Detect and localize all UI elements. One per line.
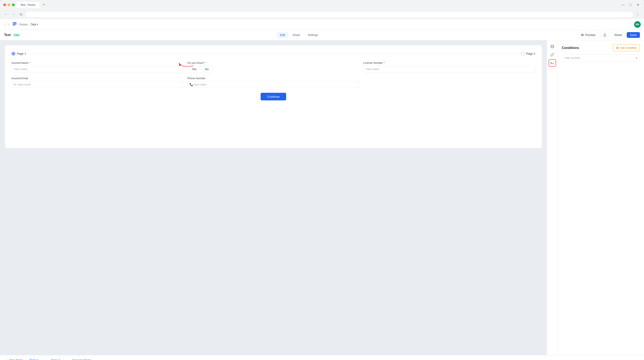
back-button[interactable]: ← — [3, 11, 9, 17]
close-btn[interactable] — [3, 3, 6, 6]
avatar: BB — [634, 21, 641, 28]
new-page-tab[interactable]: + New Page — [3, 356, 26, 360]
edit-tab[interactable]: Edit — [277, 32, 288, 38]
toolbar-nav: Edit Share Settings — [277, 32, 322, 38]
conditions-panel: Conditions ⊕ Add Condition Filter by fie… — [558, 40, 644, 355]
new-page-label: New Page — [10, 358, 23, 360]
form-page-nav: Page 1 Page 2 — [12, 52, 535, 55]
tab-title: Test - Forms — [20, 3, 35, 6]
filter-field-select[interactable]: Filter by field — [562, 54, 640, 61]
preview-label: Preview — [585, 33, 596, 37]
save-button[interactable]: Save — [627, 32, 640, 38]
browser-toolbar: ← → ↻ ⋮ — [0, 10, 644, 19]
page2-tab[interactable]: Page 2 ⋮ — [48, 356, 69, 360]
share-tab[interactable]: Share — [289, 32, 304, 38]
svg-rect-0 — [13, 22, 16, 23]
filter-field-wrapper: Filter by field — [562, 54, 640, 61]
page1-label: Page 1 — [17, 52, 26, 55]
email-input-wrapper: ✉ — [12, 81, 183, 88]
browser-minimize-icon[interactable]: — — [620, 2, 626, 8]
browser-body: ⋮⋮ Forms / Test ▾ BB Test — [0, 19, 644, 360]
brush-icon-button[interactable] — [548, 51, 556, 58]
form-title-area: Test Live — [4, 33, 20, 37]
form-fields: Insured Name * Do you Drive? * — [12, 61, 535, 88]
conditions-header: Conditions ⊕ Add Condition — [562, 44, 640, 51]
required-star: * — [29, 61, 30, 64]
phone-input-wrapper: 📞 — [188, 81, 359, 88]
main-content: Page 1 Page 2 — [0, 40, 644, 355]
breadcrumb-forms-link[interactable]: Forms — [19, 23, 28, 26]
browser-window: Test - Forms + — □ ✕ ← → ↻ ⋮ ⋮⋮ Forms — [0, 0, 644, 360]
phone-number-field: Phone Number 📞 — [188, 77, 359, 88]
settings-tab[interactable]: Settings — [304, 32, 322, 38]
minimize-btn[interactable] — [8, 3, 10, 6]
empty-field — [364, 77, 535, 88]
page1-tab[interactable]: Page 1 ⋮ — [26, 356, 48, 360]
browser-tab[interactable]: Test - Forms — [16, 2, 39, 8]
svg-rect-3 — [13, 25, 15, 26]
page1-more-button[interactable]: ⋮ — [40, 358, 44, 360]
maximize-btn[interactable] — [12, 3, 15, 6]
success-page-tab[interactable]: Success Page — [69, 356, 94, 360]
license-number-input[interactable] — [364, 66, 535, 72]
preview-button[interactable]: Preview — [578, 32, 599, 38]
app-grid-icon[interactable]: ⋮⋮ — [3, 22, 10, 26]
page-line — [28, 54, 518, 54]
page2-radio[interactable]: Page 2 — [521, 52, 535, 55]
do-you-drive-label: Do you Drive? * — [188, 61, 359, 64]
fields-row-2: Insured Email ✉ Phone Number 📞 — [12, 77, 535, 88]
form-title: Test — [4, 33, 11, 37]
new-tab-button[interactable]: + — [41, 2, 46, 8]
phone-number-input[interactable] — [188, 81, 359, 88]
email-icon: ✉ — [14, 83, 16, 86]
form-toolbar: Test Live Edit Share Settings Preview Re… — [0, 30, 644, 40]
page1-tab-label: Page 1 — [30, 358, 38, 360]
required-star-3: * — [384, 61, 385, 64]
page2-tab-label: Page 2 — [51, 358, 60, 360]
yes-button[interactable]: Yes — [188, 66, 201, 73]
form-canvas: Page 1 Page 2 — [5, 45, 542, 148]
browser-maximize-icon[interactable]: □ — [628, 2, 633, 8]
page1-radio-circle — [12, 52, 15, 55]
bottom-tabs: + New Page Page 1 ⋮ Page 2 ⋮ Success Pag… — [0, 355, 644, 360]
window-controls — [3, 3, 15, 6]
live-badge: Live — [13, 33, 20, 37]
page1-radio[interactable]: Page 1 — [12, 52, 26, 55]
logic-icon-button[interactable] — [548, 59, 556, 67]
reset-button[interactable]: Reset — [611, 32, 625, 38]
address-bar[interactable] — [26, 12, 633, 17]
sidebar-icons — [547, 40, 558, 355]
export-button[interactable] — [600, 32, 610, 38]
required-star-2: * — [205, 61, 206, 64]
app-header: ⋮⋮ Forms / Test ▾ BB — [0, 19, 644, 30]
license-number-field: License Number * — [364, 61, 535, 73]
refresh-button[interactable]: ↻ — [18, 11, 24, 17]
browser-close-icon[interactable]: ✕ — [635, 2, 641, 8]
breadcrumb: Forms / Test ▾ — [19, 23, 38, 26]
browser-menu-button[interactable]: ⋮ — [634, 11, 641, 17]
add-condition-icon: ⊕ — [616, 46, 619, 50]
svg-rect-6 — [551, 45, 554, 48]
toolbar-actions: Preview Reset Save — [578, 32, 640, 38]
fields-row-1: Insured Name * Do you Drive? * — [12, 61, 535, 73]
yes-no-toggle: Yes No — [188, 66, 359, 73]
success-page-label: Success Page — [72, 358, 91, 360]
insured-name-input[interactable] — [12, 66, 183, 72]
continue-button[interactable]: Continue — [260, 93, 286, 100]
page2-more-button[interactable]: ⋮ — [62, 358, 66, 360]
conditions-title: Conditions — [562, 46, 579, 50]
add-condition-button[interactable]: ⊕ Add Condition — [613, 44, 640, 51]
forward-button[interactable]: → — [11, 11, 16, 17]
no-button[interactable]: No — [201, 66, 213, 73]
page2-label: Page 2 — [526, 52, 535, 55]
right-side: Conditions ⊕ Add Condition Filter by fie… — [547, 40, 644, 355]
insured-email-label: Insured Email — [12, 77, 183, 80]
insured-name-field: Insured Name * — [12, 61, 183, 73]
insured-email-input[interactable] — [12, 81, 183, 88]
user-avatar-area: BB — [634, 21, 641, 28]
do-you-drive-field: Do you Drive? * Yes No — [188, 61, 359, 73]
app-logo-icon — [12, 22, 17, 27]
insured-email-field: Insured Email ✉ — [12, 77, 183, 88]
new-page-plus-icon: + — [6, 358, 8, 360]
layers-icon-button[interactable] — [548, 43, 556, 50]
